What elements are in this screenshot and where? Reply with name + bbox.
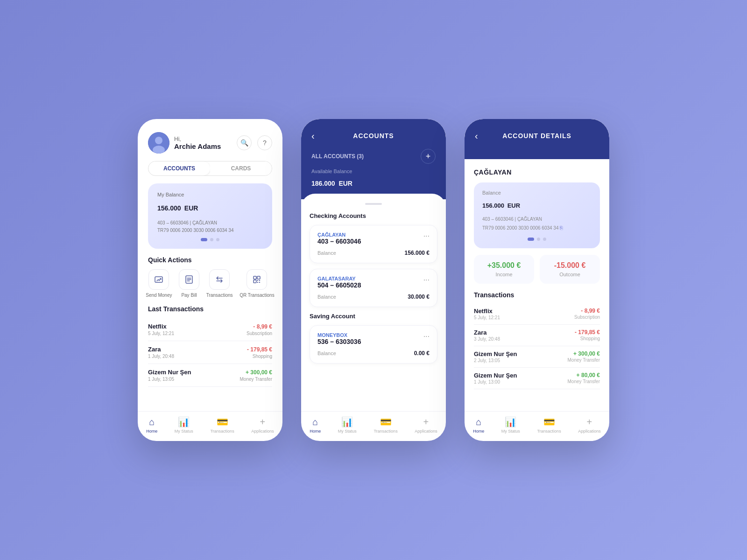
svg-point-1 bbox=[155, 137, 162, 144]
nav2-home-label: Home bbox=[310, 429, 321, 434]
acc-galatasaray-menu[interactable]: ··· bbox=[423, 276, 430, 284]
send-money-icon bbox=[148, 269, 169, 290]
search-icon[interactable]: 🔍 bbox=[237, 135, 252, 150]
tx-date: 1 July, 20:48 bbox=[148, 354, 174, 359]
help-icon[interactable]: ? bbox=[257, 135, 272, 150]
header-icons: 🔍 ? bbox=[237, 135, 272, 150]
table-row: Netflix 5 July, 12:21 - 8,99 € Subscript… bbox=[474, 303, 600, 325]
income-outcome-row: +35.000 € Income -15.000 € Outcome bbox=[474, 255, 600, 284]
nav2-home[interactable]: ⌂ Home bbox=[310, 417, 321, 434]
nav-applications[interactable]: + Applications bbox=[251, 417, 274, 434]
bottom-nav-3: ⌂ Home 📊 My Status 💳 Transactions + Appl… bbox=[465, 411, 609, 441]
account-card-moneybox[interactable]: MONEYBOX 536 – 6303036 ··· Balance 0.00 … bbox=[310, 325, 437, 364]
account-card-caglayan[interactable]: ÇAĞLAYAN 403 – 6603046 ··· Balance 156.0… bbox=[310, 225, 437, 263]
details-page-title: ACCOUNT DETAILS bbox=[502, 132, 571, 140]
table-row: Zara 1 July, 20:48 - 179,85 € Shopping bbox=[148, 341, 272, 364]
outcome-amount: -15.000 € bbox=[545, 261, 594, 270]
det-tx-name: Zara bbox=[474, 329, 500, 336]
copy-icon[interactable]: ⎘ bbox=[560, 225, 563, 231]
avatar bbox=[148, 132, 169, 154]
page-title: ACCOUNTS bbox=[353, 132, 394, 140]
det-tx-cat: Money Transfer bbox=[568, 357, 600, 363]
acc-moneybox-name: MONEYBOX bbox=[317, 332, 361, 338]
det-tx-date: 2 July, 13:05 bbox=[474, 358, 517, 363]
checking-section-title: Checking Accounts bbox=[310, 212, 437, 219]
phone-accounts: ‹ ACCOUNTS ALL ACCOUNTS (3) + Available … bbox=[301, 119, 446, 441]
nav2-transactions[interactable]: 💳 Transactions bbox=[374, 416, 397, 434]
mystatus-icon: 📊 bbox=[178, 416, 190, 427]
table-row: Gizem Nur Şen 1 July, 13:05 + 300,00 € M… bbox=[148, 364, 272, 387]
acc-moneybox-menu[interactable]: ··· bbox=[423, 332, 430, 341]
balance-label: My Balance bbox=[157, 192, 263, 197]
acc-caglayan-menu[interactable]: ··· bbox=[423, 232, 430, 240]
nav3-mystatus-label: My Status bbox=[501, 429, 520, 434]
det-dot-3 bbox=[543, 238, 546, 241]
nav3-home[interactable]: ⌂ Home bbox=[473, 417, 484, 434]
qr-label: QR Transactions bbox=[240, 293, 274, 298]
qr-icon bbox=[247, 269, 267, 290]
nav-mystatus-label: My Status bbox=[175, 429, 193, 434]
tx-cat: Subscription bbox=[247, 331, 272, 336]
tab-cards[interactable]: CARDS bbox=[210, 161, 272, 175]
nav-home[interactable]: ⌂ Home bbox=[146, 417, 157, 434]
accounts-body: Checking Accounts ÇAĞLAYAN 403 – 6603046… bbox=[301, 194, 446, 411]
tab-switcher: ACCOUNTS CARDS bbox=[148, 161, 272, 176]
action-qr[interactable]: QR Transactions bbox=[240, 269, 274, 298]
pay-bill-label: Pay Bill bbox=[181, 293, 197, 298]
details-header: ‹ ACCOUNT DETAILS bbox=[465, 119, 609, 159]
tx-cat: Money Transfer bbox=[240, 377, 272, 382]
nav2-mystatus[interactable]: 📊 My Status bbox=[338, 416, 357, 434]
nav3-transactions[interactable]: 💳 Transactions bbox=[537, 416, 561, 434]
det-tx-cat: Shopping bbox=[575, 336, 600, 341]
drag-handle bbox=[365, 203, 382, 205]
nav2-applications-label: Applications bbox=[415, 429, 437, 434]
nav-transactions[interactable]: 💳 Transactions bbox=[210, 416, 234, 434]
all-accounts-row: ALL ACCOUNTS (3) + bbox=[311, 149, 436, 164]
last-tx-title: Last Transactions bbox=[138, 305, 282, 313]
acc-caglayan-bal-label: Balance bbox=[317, 250, 336, 256]
home-icon: ⌂ bbox=[149, 417, 155, 427]
balance-card: My Balance 156.000 EUR 403 – 6603046 | Ç… bbox=[148, 183, 272, 249]
mystatus-icon-2: 📊 bbox=[341, 416, 353, 427]
back-button[interactable]: ‹ bbox=[311, 131, 315, 141]
tx-section-title: Transactions bbox=[474, 291, 600, 299]
income-amount: +35.000 € bbox=[479, 261, 529, 270]
acc-caglayan-bal: 156.000 € bbox=[405, 250, 430, 256]
transactions-label: Transactions bbox=[206, 293, 233, 298]
action-pay-bill[interactable]: Pay Bill bbox=[179, 269, 199, 298]
nav-mystatus[interactable]: 📊 My Status bbox=[175, 416, 193, 434]
nav-transactions-icon: 💳 bbox=[217, 416, 228, 427]
transactions-icon bbox=[209, 269, 230, 290]
nav2-applications[interactable]: + Applications bbox=[415, 417, 437, 434]
account-card-galatasaray[interactable]: GALATASARAY 504 – 6605028 ··· Balance 30… bbox=[310, 269, 437, 307]
action-send-money[interactable]: Send Money bbox=[146, 269, 172, 298]
accounts-nav: ‹ ACCOUNTS bbox=[311, 132, 436, 140]
nav3-applications-label: Applications bbox=[578, 429, 601, 434]
acc-galatasaray-number: 504 – 6605028 bbox=[317, 281, 361, 289]
table-row: Zara 3 July, 20:48 - 179,85 € Shopping bbox=[474, 325, 600, 346]
income-label: Income bbox=[479, 272, 529, 277]
add-account-button[interactable]: + bbox=[421, 149, 436, 164]
quick-actions-title: Quick Actions bbox=[138, 256, 282, 264]
nav3-mystatus[interactable]: 📊 My Status bbox=[501, 416, 520, 434]
action-transactions[interactable]: Transactions bbox=[206, 269, 233, 298]
tx-amount: - 8,99 € bbox=[247, 323, 272, 330]
tx-date: 1 July, 13:05 bbox=[148, 377, 191, 382]
det-tx-amount: + 80,00 € bbox=[568, 372, 600, 378]
nav3-applications[interactable]: + Applications bbox=[578, 417, 601, 434]
details-body: ÇAĞLAYAN Balance 156.000 EUR 403 – 66030… bbox=[465, 159, 609, 411]
home-icon-2: ⌂ bbox=[312, 417, 318, 427]
tab-accounts[interactable]: ACCOUNTS bbox=[148, 161, 210, 175]
outcome-card: -15.000 € Outcome bbox=[540, 255, 600, 284]
acc-moneybox-bal: 0.00 € bbox=[414, 350, 430, 357]
details-back-button[interactable]: ‹ bbox=[475, 131, 478, 141]
acc-moneybox-bal-label: Balance bbox=[317, 350, 336, 356]
det-tx-name: Gizem Nur Şen bbox=[474, 350, 517, 357]
send-money-label: Send Money bbox=[146, 293, 172, 298]
det-tx-name: Gizem Nur Şen bbox=[474, 372, 517, 379]
user-info: Hi, Archie Adams bbox=[148, 132, 221, 154]
accounts-header: ‹ ACCOUNTS ALL ACCOUNTS (3) + Available … bbox=[301, 119, 446, 199]
dot-3 bbox=[216, 238, 219, 241]
table-row: Gizem Nur Şen 2 July, 13:05 + 300,00 € M… bbox=[474, 346, 600, 368]
all-accounts-label: ALL ACCOUNTS (3) bbox=[311, 153, 364, 160]
